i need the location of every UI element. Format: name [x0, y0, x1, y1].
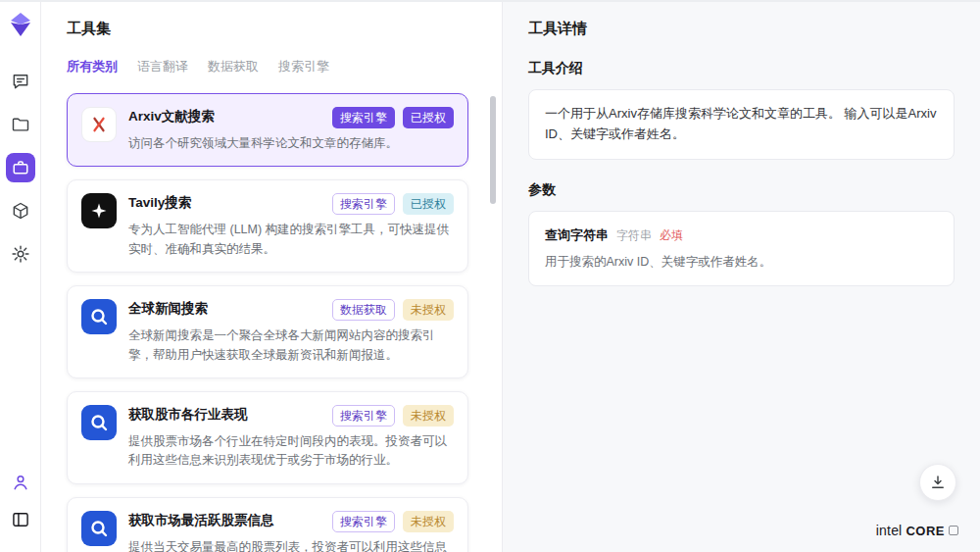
gear-icon[interactable]: [6, 239, 35, 269]
app-logo-icon: [9, 12, 32, 41]
tool-name: 全球新闻搜索: [128, 299, 208, 319]
param-name: 查询字符串: [545, 226, 609, 246]
tool-name: 获取股市各行业表现: [128, 405, 248, 425]
tab-data-acquisition[interactable]: 数据获取: [208, 58, 259, 75]
category-badge: 搜索引擎: [332, 405, 395, 427]
page-title: 工具集: [67, 20, 476, 38]
tool-detail-panel: 工具详情 工具介绍 一个用于从Arxiv存储库搜索科学论文和文章的工具。 输入可…: [502, 2, 980, 552]
tool-name: Arxiv文献搜索: [128, 107, 215, 126]
box-icon[interactable]: [6, 196, 35, 226]
category-badge: 搜索引擎: [332, 511, 395, 532]
auth-badge: 未授权: [403, 405, 454, 427]
tool-name: Tavily搜索: [128, 193, 191, 213]
folder-icon[interactable]: [6, 110, 35, 139]
tool-description: 专为人工智能代理 (LLM) 构建的搜索引擎工具，可快速提供实时、准确和真实的结…: [128, 221, 454, 259]
tavily-icon: [81, 193, 117, 228]
arxiv-icon: [81, 107, 117, 142]
intro-heading: 工具介绍: [528, 60, 955, 77]
core-logo-text: CORE: [906, 524, 945, 538]
news-search-icon: [81, 299, 117, 334]
chat-icon[interactable]: [6, 67, 35, 96]
stock-search-icon: [81, 511, 117, 546]
tab-search-engine[interactable]: 搜索引擎: [278, 58, 329, 75]
tool-description: 提供股票市场各个行业在特定时间段内的表现。投资者可以利用这些信息来识别表现优于或…: [128, 432, 454, 471]
tool-description: 访问各个研究领域大量科学论文和文章的存储库。: [128, 134, 454, 153]
tool-card-arxiv[interactable]: Arxiv文献搜索 搜索引擎 已授权 访问各个研究领域大量科学论文和文章的存储库…: [67, 93, 468, 167]
tool-card-active-stocks[interactable]: 获取市场最活跃股票信息 搜索引擎 未授权 提供当天交易量最高的股票列表，投资者可…: [67, 497, 468, 552]
param-type: 字符串: [616, 226, 652, 245]
tool-card-global-news[interactable]: 全球新闻搜索 数据获取 未授权 全球新闻搜索是一个聚合全球各大新闻网站内容的搜索…: [67, 285, 468, 378]
app-window: 工具集 所有类别 语言翻译 数据获取 搜索引擎 Arxiv文: [0, 2, 980, 552]
detail-title: 工具详情: [528, 20, 955, 38]
auth-badge: 未授权: [403, 511, 454, 532]
scrollbar-track: [490, 96, 496, 544]
list-header: 工具集 所有类别 语言翻译 数据获取 搜索引擎: [41, 20, 502, 89]
tool-description: 提供当天交易量最高的股票列表，投资者可以利用这些信息来识别流动性强的股票和潜在的…: [128, 538, 454, 552]
tab-language-translation[interactable]: 语言翻译: [137, 58, 188, 75]
category-tabs: 所有类别 语言翻译 数据获取 搜索引擎: [67, 58, 476, 75]
param-box: 查询字符串 字符串 必填 用于搜索的Arxiv ID、关键字或作者姓名。: [528, 211, 955, 287]
category-badge: 搜索引擎: [332, 193, 395, 215]
intro-text: 一个用于从Arxiv存储库搜索科学论文和文章的工具。 输入可以是Arxiv ID…: [545, 106, 936, 141]
download-button[interactable]: [919, 464, 956, 501]
tool-list: Arxiv文献搜索 搜索引擎 已授权 访问各个研究领域大量科学论文和文章的存储库…: [41, 89, 502, 552]
auth-badge: 未授权: [403, 299, 454, 321]
auth-badge: 已授权: [403, 193, 454, 215]
params-heading: 参数: [528, 181, 955, 199]
intel-logo-text: intel: [876, 523, 903, 538]
tool-name: 获取市场最活跃股票信息: [128, 511, 274, 530]
auth-badge: 已授权: [403, 107, 454, 128]
core-logo-mark: [949, 526, 958, 535]
tools-list-panel: 工具集 所有类别 语言翻译 数据获取 搜索引擎 Arxiv文: [41, 2, 502, 552]
market-search-icon: [81, 405, 117, 440]
intro-box: 一个用于从Arxiv存储库搜索科学论文和文章的工具。 输入可以是Arxiv ID…: [528, 89, 955, 160]
tool-card-tavily[interactable]: Tavily搜索 搜索引擎 已授权 专为人工智能代理 (LLM) 构建的搜索引擎…: [67, 179, 468, 273]
param-description: 用于搜索的Arxiv ID、关键字或作者姓名。: [545, 253, 938, 272]
category-badge: 数据获取: [332, 299, 395, 321]
scrollbar-thumb[interactable]: [490, 96, 496, 204]
user-icon[interactable]: [6, 468, 35, 497]
sidebar-rail: [0, 2, 41, 552]
intel-core-logo: intel CORE: [876, 523, 958, 538]
tab-all-categories[interactable]: 所有类别: [67, 58, 118, 75]
panel-toggle-icon[interactable]: [6, 505, 35, 534]
param-required-badge: 必填: [660, 226, 683, 245]
tool-description: 全球新闻搜索是一个聚合全球各大新闻网站内容的搜索引擎，帮助用户快速获取全球最新资…: [128, 326, 454, 365]
tool-card-sector-performance[interactable]: 获取股市各行业表现 搜索引擎 未授权 提供股票市场各个行业在特定时间段内的表现。…: [67, 391, 468, 484]
briefcase-icon[interactable]: [6, 153, 35, 182]
category-badge: 搜索引擎: [332, 107, 395, 128]
